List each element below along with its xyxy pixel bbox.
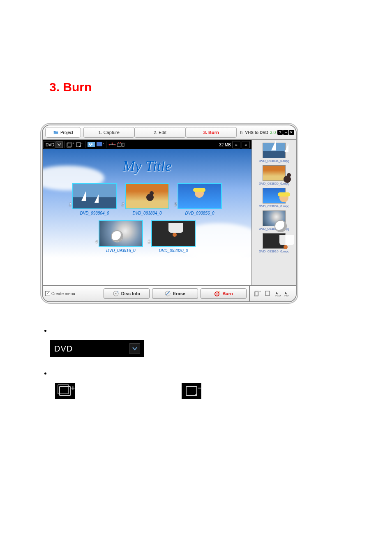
- chapter-thumbnail: [126, 184, 168, 208]
- svg-point-25: [217, 294, 218, 295]
- remove-file-button[interactable]: -: [264, 290, 272, 297]
- psp-label: PSP: [284, 294, 289, 297]
- chapter-thumbnail: [178, 184, 221, 208]
- menu-chapter[interactable]: 5 DVD_093820_0: [151, 220, 196, 253]
- chevron-down-icon: [58, 143, 61, 146]
- inline-remove-chapter-icon: −: [182, 383, 201, 399]
- svg-rect-16: [122, 143, 124, 146]
- menu-chapter[interactable]: 4 DVD_093916_0: [99, 220, 143, 253]
- page-prev-button[interactable]: «: [232, 141, 240, 148]
- disc-info-label: Disc Info: [121, 291, 140, 296]
- arrange-arrows-icon: [108, 142, 116, 147]
- inline-dropdown-caret: [129, 343, 140, 354]
- chapter-arrange-button[interactable]: [108, 141, 117, 148]
- frame-layout-button[interactable]: +: [117, 141, 126, 148]
- app-screenshot: Project 1. Capture 2. Edit 3. Burn hl VH…: [40, 123, 298, 304]
- section-heading: 3. Burn: [49, 80, 376, 94]
- disc-size-label: 32 MB: [219, 143, 231, 147]
- clip-item[interactable]: DVD_093820_0.mpg: [259, 165, 290, 185]
- background-button[interactable]: +: [96, 141, 105, 148]
- chapter-label: DVD_093856_0: [185, 211, 214, 215]
- checkbox-icon: ✓: [45, 291, 50, 296]
- bottom-bar: ✓ Create menu i Disc Info Erase Burn: [43, 285, 296, 301]
- clip-item[interactable]: DVD_093804_0.mpg: [259, 143, 290, 163]
- clip-thumbnail: [263, 165, 286, 181]
- close-button[interactable]: ✕: [289, 130, 294, 135]
- tab-edit[interactable]: 2. Edit: [134, 127, 185, 138]
- page-dash: –: [69, 138, 74, 147]
- inline-format-dropdown: DVD: [50, 340, 144, 357]
- svg-point-17: [118, 142, 119, 143]
- svg-point-26: [219, 291, 220, 293]
- chapter-label: DVD_093820_0: [159, 248, 188, 253]
- bullet-item: [44, 327, 361, 332]
- svg-marker-4: [79, 145, 81, 147]
- erase-button[interactable]: Erase: [152, 288, 198, 299]
- svg-rect-9: [90, 145, 91, 146]
- svg-text:-: -: [81, 142, 83, 145]
- theme-icon: [88, 142, 95, 147]
- burn-disc-icon: [214, 291, 220, 296]
- page-minus-icon: -: [265, 291, 271, 296]
- menu-chapter[interactable]: 3 DVD_093856_0: [178, 183, 222, 215]
- erase-label: Erase: [173, 291, 185, 296]
- page-minus-icon: -: [76, 142, 83, 148]
- svg-rect-30: [265, 291, 270, 296]
- project-button[interactable]: Project: [45, 127, 81, 138]
- ipod-label: iPOD: [275, 294, 281, 297]
- disc-info-button[interactable]: i Disc Info: [104, 288, 150, 299]
- tab-burn-label: 3. Burn: [203, 130, 219, 135]
- tab-capture-label: 1. Capture: [98, 130, 119, 135]
- chapter-label: DVD_093834_0: [132, 211, 161, 215]
- clip-item[interactable]: DVD_093834_0.mpg: [259, 188, 290, 208]
- tab-capture[interactable]: 1. Capture: [83, 127, 134, 138]
- chapter-label: DVD_093804_0: [80, 211, 109, 215]
- menu-title[interactable]: My Title: [123, 157, 172, 175]
- inline-dropdown-value: DVD: [54, 344, 73, 354]
- svg-text:+: +: [125, 142, 125, 144]
- svg-point-12: [109, 144, 110, 146]
- psp-button[interactable]: PSP: [284, 290, 290, 297]
- project-button-label: Project: [60, 130, 73, 135]
- svg-rect-15: [117, 143, 121, 146]
- bullet-dot-icon: [44, 372, 46, 375]
- ipod-button[interactable]: iPOD: [275, 290, 281, 297]
- inline-add-chapter-icon: +: [55, 383, 75, 399]
- clip-thumbnail: [263, 233, 286, 249]
- create-menu-label: Create menu: [51, 291, 75, 296]
- svg-point-18: [120, 142, 121, 143]
- burn-label: Burn: [222, 291, 233, 296]
- minimize-button[interactable]: –: [283, 130, 288, 135]
- tab-edit-label: 2. Edit: [154, 130, 166, 135]
- help-button[interactable]: ?: [277, 130, 283, 135]
- tab-burn[interactable]: 3. Burn: [186, 127, 237, 138]
- page-next-button[interactable]: »: [242, 141, 250, 148]
- chevron-down-icon: [132, 347, 137, 351]
- format-select[interactable]: DVD: [44, 141, 55, 148]
- format-select-value: DVD: [46, 143, 54, 147]
- svg-point-14: [115, 144, 116, 146]
- page-plus-icon: +: [254, 291, 261, 296]
- clip-thumbnail: [263, 143, 286, 158]
- remove-chapter-button[interactable]: -: [75, 141, 84, 148]
- chapter-number: 5: [148, 240, 150, 244]
- brand-version: 3.0: [270, 130, 276, 135]
- menu-chapter[interactable]: 2 DVD_093834_0: [125, 183, 169, 215]
- clip-item[interactable]: DVD_093856_0.mpg: [259, 210, 290, 231]
- app-titlebar-row: Project 1. Capture 2. Edit 3. Burn hl VH…: [43, 125, 296, 140]
- svg-rect-10: [97, 142, 102, 146]
- burn-button[interactable]: Burn: [201, 288, 247, 299]
- create-menu-checkbox[interactable]: ✓ Create menu: [45, 291, 75, 296]
- format-select-caret[interactable]: [55, 141, 63, 148]
- add-file-button[interactable]: +: [254, 290, 261, 297]
- svg-point-13: [112, 143, 113, 144]
- chapter-thumbnail: [73, 184, 116, 208]
- chapter-label: DVD_093916_0: [106, 248, 135, 253]
- clip-item[interactable]: DVD_093916_0.mpg: [259, 233, 290, 253]
- chapter-number: 2: [122, 202, 124, 207]
- clip-filename: DVD_093916_0.mpg: [259, 250, 290, 253]
- chapter-thumbnail: [152, 221, 195, 246]
- theme-button[interactable]: [87, 141, 96, 148]
- menu-chapter[interactable]: 1 DVD_093804_0: [72, 183, 117, 215]
- svg-text:+: +: [259, 291, 261, 293]
